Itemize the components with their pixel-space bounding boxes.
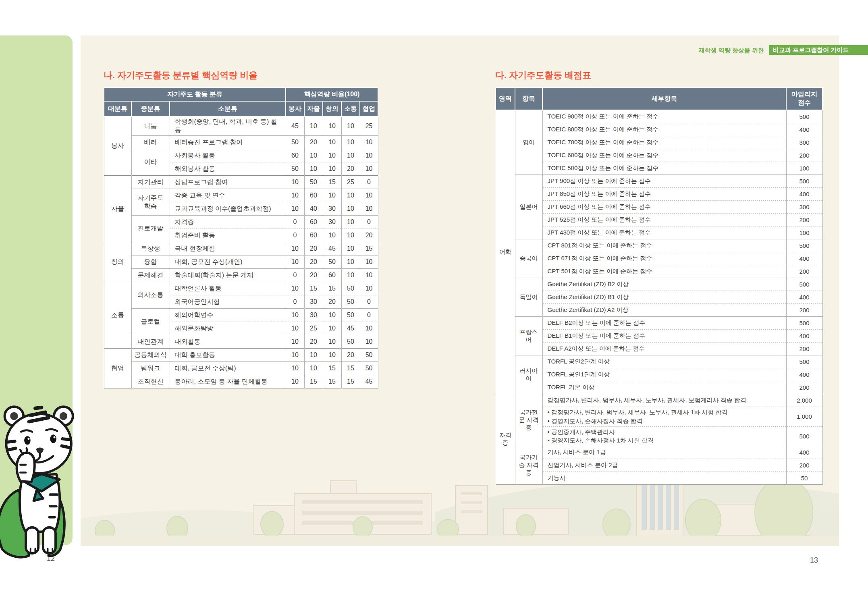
cell-detail: 기능사	[542, 472, 786, 485]
cell-sub: 동아리, 소모임 등 자율 단체활동	[170, 375, 286, 388]
cell-val: 10	[341, 149, 360, 162]
table-row: 진로개발자격증06030100	[104, 216, 378, 229]
table-row: 자율자기관리상담프로그램 참여105015250	[104, 176, 378, 189]
cell-sub: 취업준비 활동	[170, 229, 286, 242]
cell-score: 200	[786, 381, 822, 394]
cell-mid: 자기주도 학습	[131, 189, 170, 216]
table-row: 봉사나눔학생회(중앙, 단대, 학과, 비호 등) 활동4510101025	[104, 116, 378, 136]
cell-detail: JPT 660점 이상 또는 이에 준하는 점수	[542, 201, 786, 214]
cell-major: 창의	[104, 242, 131, 282]
cell-val: 30	[304, 309, 323, 322]
cell-score: 2,000	[786, 394, 822, 407]
table-row: TOEIC 800점 이상 또는 이에 준하는 점수400	[496, 123, 822, 136]
right-section-title: 다. 자기주도활동 배점표	[495, 69, 591, 81]
cell-val: 10	[360, 322, 378, 335]
cell-sub: 각종 교육 및 연수	[170, 189, 286, 202]
table-row: 조직헌신동아리, 소모임 등 자율 단체활동1015151545	[104, 375, 378, 388]
table-row: TOEIC 600점 이상 또는 이에 준하는 점수200	[496, 149, 822, 162]
cell-val: 10	[286, 375, 304, 388]
table-row: 배려배려증진 프로그램 참여5020101010	[104, 136, 378, 149]
cell-val: 15	[323, 375, 341, 388]
table-row: • 공인중개사, 주택관리사• 경영지도사, 손해사정사 1차 시험 합격500	[496, 426, 822, 446]
cell-score: 400	[786, 291, 822, 304]
table-row: TOEIC 500점 이상 또는 이에 준하는 점수100	[496, 162, 822, 175]
cell-mid: 문제해결	[131, 269, 170, 282]
cell-mid: 국가기술 자격증	[515, 446, 542, 485]
table-row: CPT 671점 이상 또는 이에 준하는 점수400	[496, 252, 822, 265]
table-row: JPT 430점 이상 또는 이에 준하는 점수100	[496, 226, 822, 239]
table-row: 협업공동체의식대학 홍보활동1010102050	[104, 349, 378, 362]
cell-val: 10	[286, 242, 304, 255]
cell-val: 10	[360, 282, 378, 295]
cell-val: 15	[341, 375, 360, 388]
table-row: TORFL 기본 이상200	[496, 381, 822, 394]
cell-val: 10	[341, 242, 360, 255]
cell-val: 15	[323, 282, 341, 295]
cell-detail: TORFL 공인2단계 이상	[542, 355, 786, 368]
cell-val: 20	[304, 335, 323, 349]
cell-detail: Goethe Zertifikat (ZD) B2 이상	[542, 278, 786, 291]
cell-val: 10	[323, 116, 341, 136]
table-row: 러시아어TORFL 공인2단계 이상500	[496, 355, 822, 368]
cell-val: 10	[323, 189, 341, 202]
cell-val: 20	[304, 255, 323, 269]
cell-mid: 프랑스어	[515, 317, 542, 355]
cell-val: 25	[360, 116, 378, 136]
header-tagline: 재학생 역량 향상을 위한	[621, 47, 764, 54]
cell-val: 20	[304, 136, 323, 149]
cell-score: 500	[786, 317, 822, 330]
cell-val: 20	[304, 242, 323, 255]
column-header: 대분류	[104, 101, 131, 116]
cell-mid: 러시아어	[515, 355, 542, 394]
cell-val: 10	[286, 322, 304, 335]
cell-val: 10	[341, 229, 360, 242]
column-header: 소분류	[170, 101, 286, 116]
page-number-right: 13	[802, 556, 826, 565]
column-header: 소통	[341, 101, 360, 116]
cell-val: 10	[323, 322, 341, 335]
cell-val: 10	[360, 255, 378, 269]
cell-val: 10	[286, 335, 304, 349]
cell-sub: 외국어공인시험	[170, 295, 286, 309]
cell-score: 100	[786, 162, 822, 175]
cell-val: 10	[341, 189, 360, 202]
cell-val: 10	[304, 362, 323, 375]
cell-detail: Goethe Zertifikat (ZD) B1 이상	[542, 291, 786, 304]
column-header: 중분류	[131, 101, 170, 116]
cell-val: 30	[323, 202, 341, 216]
left-section-title: 나. 자기주도활동 분류별 핵심역량 비율	[104, 69, 258, 81]
cell-val: 60	[304, 229, 323, 242]
cell-score: 50	[786, 472, 822, 485]
table-row: TOEIC 700점 이상 또는 이에 준하는 점수300	[496, 136, 822, 149]
cell-val: 60	[323, 269, 341, 282]
table-row: 산업기사, 서비스 분야 2급200	[496, 459, 822, 472]
table-row: Goethe Zertifikat (ZD) A2 이상200	[496, 304, 822, 317]
cell-val: 20	[341, 162, 360, 176]
cell-sub: 국내 현장체험	[170, 242, 286, 255]
cell-mid: 자기관리	[131, 176, 170, 189]
cell-sub: 해외문화탐방	[170, 322, 286, 335]
cell-score: 500	[786, 175, 822, 188]
cell-major: 봉사	[104, 116, 131, 176]
cell-detail: TOEIC 600점 이상 또는 이에 준하는 점수	[542, 149, 786, 162]
cell-detail: 산업기사, 서비스 분야 2급	[542, 459, 786, 472]
cell-score: 100	[786, 226, 822, 239]
cell-val: 20	[323, 295, 341, 309]
cell-val: 0	[360, 176, 378, 189]
booklet-spread: 재학생 역량 향상을 위한 비교과 프로그램참여 가이드 나. 자기주도활동 분…	[0, 0, 868, 594]
cell-score: 300	[786, 136, 822, 149]
cell-val: 10	[304, 349, 323, 362]
cell-val: 10	[360, 189, 378, 202]
cell-val: 20	[360, 229, 378, 242]
cell-val: 0	[286, 295, 304, 309]
mileage-score-table: 영역항목세부항목마일리지 점수어학영어TOEIC 900점 이상 또는 이에 준…	[495, 87, 823, 485]
cell-score: 400	[786, 123, 822, 136]
cell-detail: 감정평가사, 변리사, 법무사, 세무사, 노무사, 관세사, 보험계리사 최종…	[542, 394, 786, 407]
cell-val: 30	[323, 216, 341, 229]
cell-val: 0	[360, 309, 378, 322]
column-header: 세부항목	[542, 87, 786, 110]
cell-val: 15	[304, 282, 323, 295]
cell-mid: 국가전문 자격증	[515, 394, 542, 446]
table-row: 융합대회, 공모전 수상(개인)1020501010	[104, 255, 378, 269]
cell-val: 50	[286, 162, 304, 176]
